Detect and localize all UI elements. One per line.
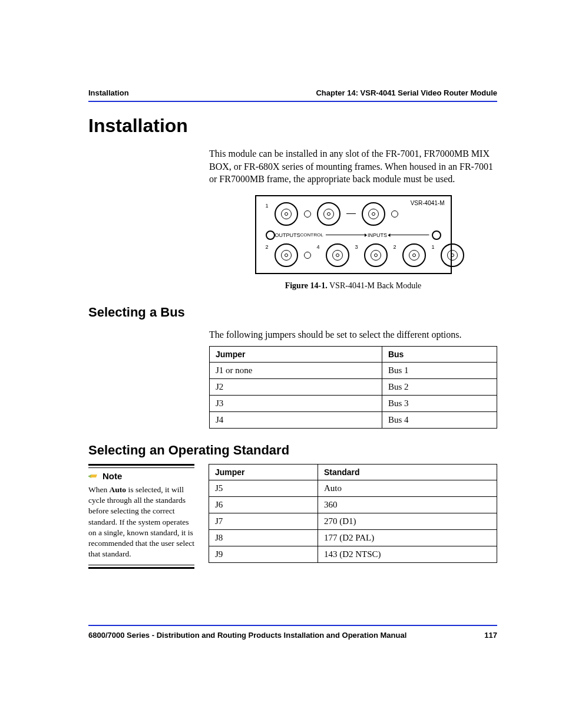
- fig-out-num-2: 2: [266, 244, 269, 250]
- bnc-out-2: [275, 243, 298, 267]
- note-text-pre: When: [88, 485, 110, 494]
- inputs-label: INPUTS: [368, 232, 387, 238]
- bnc-in-2: [402, 243, 426, 267]
- running-header: Installation Chapter 14: VSR-4041 Serial…: [88, 88, 497, 102]
- page-number: 117: [484, 631, 497, 640]
- bnc-out-1: [275, 202, 298, 226]
- figure-caption-label: Figure 14-1.: [285, 281, 328, 290]
- tab-icon: [304, 252, 311, 259]
- fig-out-num-1: 1: [266, 203, 269, 209]
- pencil-icon: [88, 473, 99, 480]
- note-text-post: is selected, it will cycle through all t…: [88, 485, 194, 558]
- standard-table: Jumper Standard J5Auto J6360 J7270 (D1) …: [209, 464, 497, 563]
- bnc-in-3: [364, 243, 388, 267]
- th-jumper: Jumper: [210, 346, 382, 362]
- table-row: J6360: [209, 496, 497, 513]
- figure-back-module: VSR-4041-M 1 OUTPUTS CONTROL INPUTS: [255, 195, 452, 274]
- bnc-in-1: [441, 243, 464, 267]
- th-standard: Standard: [318, 464, 497, 480]
- table-row: J9143 (D2 NTSC): [209, 546, 497, 562]
- note-sidebar: Note When Auto is selected, it will cycl…: [88, 464, 194, 569]
- note-text-bold: Auto: [110, 485, 127, 494]
- table-header-row: Jumper Bus: [210, 346, 497, 362]
- table-row: J8177 (D2 PAL): [209, 529, 497, 546]
- table-row: J3Bus 3: [210, 395, 497, 411]
- header-left: Installation: [88, 88, 129, 97]
- fig-in-num-1: 1: [432, 244, 435, 250]
- intro-paragraph: This module can be installed in any slot…: [209, 147, 497, 186]
- page-title: Installation: [88, 115, 497, 137]
- bnc-control-2: [362, 202, 385, 226]
- fig-in-num-2: 2: [394, 244, 396, 250]
- figure-caption-text: VSR-4041-M Back Module: [328, 281, 422, 290]
- th-bus: Bus: [382, 346, 497, 362]
- bnc-in-4: [326, 243, 349, 267]
- outputs-label: OUTPUTS: [275, 232, 300, 238]
- header-right: Chapter 14: VSR-4041 Serial Video Router…: [316, 88, 497, 97]
- figure-model-label: VSR-4041-M: [411, 200, 445, 206]
- tab-icon: [391, 210, 398, 218]
- bus-lead: The following jumpers should be set to s…: [209, 330, 497, 340]
- screw-icon: [266, 230, 275, 240]
- table-header-row: Jumper Standard: [209, 464, 497, 480]
- table-row: J2Bus 2: [210, 378, 497, 395]
- figure-caption: Figure 14-1. VSR-4041-M Back Module: [209, 281, 497, 291]
- table-row: J5Auto: [209, 480, 497, 496]
- footer-title: 6800/7000 Series - Distribution and Rout…: [88, 631, 406, 640]
- bus-table: Jumper Bus J1 or noneBus 1 J2Bus 2 J3Bus…: [209, 346, 497, 429]
- note-label: Note: [103, 470, 122, 482]
- document-page: Installation Chapter 14: VSR-4041 Serial…: [0, 0, 562, 728]
- heading-selecting-bus: Selecting a Bus: [88, 305, 497, 320]
- figure-mid-labels: OUTPUTS CONTROL INPUTS: [262, 229, 445, 243]
- th-jumper: Jumper: [209, 464, 318, 480]
- fig-in-num-4: 4: [317, 244, 320, 250]
- fig-in-num-3: 3: [355, 244, 358, 250]
- bnc-control-1: [317, 202, 340, 226]
- heading-selecting-standard: Selecting an Operating Standard: [88, 443, 497, 458]
- tab-icon: [304, 210, 311, 218]
- screw-icon: [432, 230, 441, 240]
- running-footer: 6800/7000 Series - Distribution and Rout…: [88, 625, 497, 640]
- table-row: J4Bus 4: [210, 411, 497, 428]
- intro-block: This module can be installed in any slot…: [209, 147, 497, 291]
- table-row: J1 or noneBus 1: [210, 362, 497, 378]
- table-row: J7270 (D1): [209, 513, 497, 529]
- control-label: CONTROL: [300, 232, 323, 238]
